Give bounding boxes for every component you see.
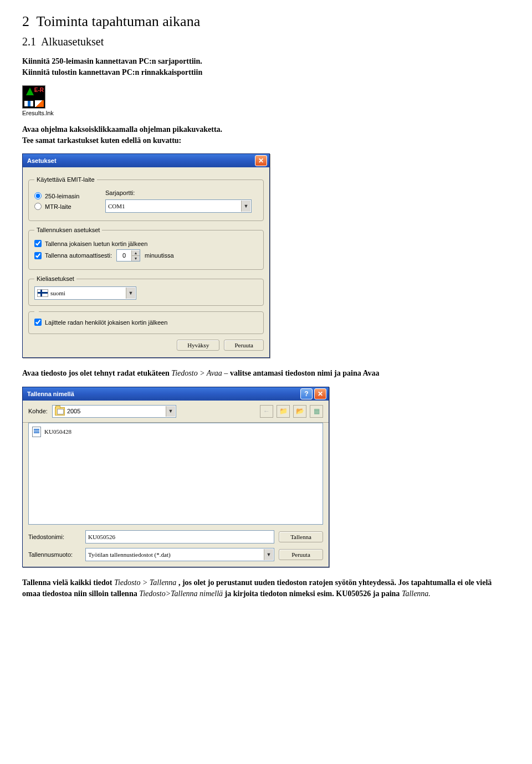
view-list-icon: ▦ [314, 407, 320, 415]
nav-up-button[interactable]: 📁 [277, 405, 290, 418]
folder-open-icon [55, 407, 65, 416]
nav-new-folder-button[interactable]: 📂 [293, 405, 306, 418]
settings-dialog: Asetukset ✕ Käytettävä EMIT-laite 250-le… [22, 153, 270, 358]
document-icon [32, 427, 41, 437]
checkbox-sort-input[interactable] [34, 319, 42, 326]
save-bold-1: Tallenna vielä kaikki tiedot [22, 578, 112, 587]
radio-250-leimasin[interactable]: 250-leimasin [34, 192, 101, 199]
checkbox-sort-after-card[interactable]: Lajittele radan henkilöt jokaisen kortin… [34, 319, 258, 326]
chevron-down-icon: ▼ [126, 288, 135, 299]
instruction-line-1: Kiinnitä 250-leimasin kannettavan PC:n s… [22, 57, 202, 65]
save-bold-3: ja kirjoita tiedoton nimeksi esim. KU050… [225, 589, 400, 598]
serial-port-label: Sarjaportti: [105, 189, 258, 196]
filename-input[interactable]: KU050526 [85, 530, 274, 543]
filename-value: KU050526 [88, 534, 115, 540]
sort-group: Lajittele radan henkilöt jokaisen kortin… [28, 311, 264, 334]
radio-250-leimasin-input[interactable] [34, 192, 42, 199]
accept-button[interactable]: Hyväksy [177, 340, 219, 351]
new-folder-icon: 📂 [296, 407, 304, 415]
subheading-text: Alkuasetukset [41, 35, 104, 48]
checkbox-autosave-label: Tallenna automaattisesti: [45, 252, 112, 259]
shortcut-icon-caption: Eresults.lnk [22, 110, 54, 116]
save-menu-path-2: Tiedosto>Tallenna nimellä [139, 589, 223, 598]
help-icon: ? [304, 390, 308, 398]
eresults-shortcut-icon: E-R [22, 85, 45, 109]
close-icon: ✕ [318, 390, 323, 398]
language-select[interactable]: suomi ▼ [34, 286, 136, 300]
settings-titlebar: Asetukset ✕ [23, 154, 269, 167]
flag-finland-icon [37, 289, 48, 297]
checkbox-sort-label: Lajittele radan henkilöt jokaisen kortin… [45, 319, 167, 326]
arrow-left-icon: ← [263, 407, 270, 415]
autosave-minutes-suffix: minuutissa [145, 252, 174, 259]
save-settings-group: Tallennuksen asetukset Tallenna jokaisen… [28, 227, 264, 270]
save-as-toolbar: Kohde: 2005 ▼ ← 📁 📂 ▦ [23, 401, 329, 423]
subheading-number: 2.1 [22, 35, 36, 48]
chevron-down-icon: ▼ [241, 201, 250, 212]
file-item[interactable]: KU050428 [32, 427, 319, 437]
close-button[interactable]: ✕ [255, 155, 267, 166]
close-icon: ✕ [258, 157, 264, 165]
checkbox-save-after-card-label: Tallenna jokaisen luetun kortin jälkeen [45, 240, 147, 247]
save-settings-legend: Tallennuksen asetukset [34, 227, 102, 233]
heading-text: Toiminta tapahtuman aikana [37, 13, 201, 29]
section-heading: 2 Toiminta tapahtuman aikana [22, 13, 510, 30]
checkbox-save-after-card-input[interactable] [34, 240, 42, 247]
autosave-minutes-spinbox[interactable]: 0 ▲ ▼ [116, 249, 140, 261]
open-file-menu-path: Tiedosto > Avaa – [171, 369, 228, 377]
serial-port-value: COM1 [108, 203, 125, 209]
shortcut-icon-block: E-R Eresults.lnk [22, 85, 510, 116]
language-legend: Kieliasetukset [34, 275, 76, 282]
subsection-heading: 2.1 Alkuasetukset [22, 35, 510, 48]
language-group: Kieliasetukset suomi ▼ [28, 275, 264, 306]
heading-number: 2 [22, 13, 29, 29]
emit-device-legend: Käytettävä EMIT-laite [34, 176, 97, 183]
save-button[interactable]: Tallenna [279, 531, 323, 542]
settings-title: Asetukset [27, 157, 57, 164]
chevron-down-icon: ▼ [166, 406, 175, 417]
checkbox-autosave-input[interactable] [34, 252, 42, 259]
checkbox-autosave[interactable]: Tallenna automaattisesti: [34, 252, 112, 259]
paragraph-open-file: Avaa tiedosto jos olet tehnyt radat etuk… [22, 368, 510, 379]
serial-port-select[interactable]: COM1 ▼ [105, 199, 252, 213]
radio-250-label: 250-leimasin [45, 193, 79, 199]
save-as-title: Tallenna nimellä [27, 391, 74, 397]
close-button[interactable]: ✕ [314, 388, 326, 399]
nav-back-button[interactable]: ← [260, 405, 273, 418]
filetype-select[interactable]: Työtilan tallennustiedostot (*.dat) ▼ [85, 548, 274, 561]
cancel-button[interactable]: Peruuta [279, 549, 323, 560]
save-menu-path-1: Tiedosto > Tallenna [114, 578, 176, 587]
nav-view-menu-button[interactable]: ▦ [310, 405, 323, 418]
look-in-value: 2005 [67, 408, 80, 414]
radio-mtr-input[interactable] [34, 203, 42, 210]
chevron-down-icon: ▼ [264, 549, 273, 560]
cancel-button[interactable]: Peruuta [224, 340, 264, 351]
paragraph-instructions-2: Avaa ohjelma kaksoisklikkaamalla ohjelma… [22, 124, 510, 146]
filename-label: Tiedostonimi: [28, 534, 81, 540]
instruction-line-3: Avaa ohjelma kaksoisklikkaamalla ohjelma… [22, 125, 222, 134]
instruction-line-2: Kiinnitä tulostin kannettavan PC:n rinna… [22, 68, 202, 76]
filetype-label: Tallennusmuoto: [28, 551, 81, 558]
spin-up-icon[interactable]: ▲ [132, 250, 140, 256]
emit-device-group: Käytettävä EMIT-laite 250-leimasin MTR-l… [28, 176, 264, 221]
look-in-label: Kohde: [28, 408, 48, 414]
file-item-label: KU050428 [44, 428, 71, 435]
open-file-bold-2: valitse antamasi tiedoston nimi ja paina… [230, 369, 380, 377]
save-as-dialog: Tallenna nimellä ? ✕ Kohde: 2005 ▼ ← 📁 📂 [22, 387, 329, 567]
checkbox-save-after-card[interactable]: Tallenna jokaisen luetun kortin jälkeen [34, 240, 258, 247]
save-menu-path-3: Tallenna. [402, 589, 431, 598]
save-as-titlebar: Tallenna nimellä ? ✕ [23, 387, 329, 401]
filetype-value: Työtilan tallennustiedostot (*.dat) [88, 551, 171, 558]
paragraph-instructions-1: Kiinnitä 250-leimasin kannettavan PC:n s… [22, 56, 510, 78]
radio-mtr-laite[interactable]: MTR-laite [34, 203, 101, 210]
folder-up-icon: 📁 [279, 407, 288, 415]
look-in-select[interactable]: 2005 ▼ [52, 405, 176, 418]
language-value: suomi [50, 290, 65, 296]
autosave-minutes-value: 0 [117, 252, 131, 259]
open-file-bold-1: Avaa tiedosto jos olet tehnyt radat etuk… [22, 369, 170, 377]
radio-mtr-label: MTR-laite [45, 203, 71, 210]
help-button[interactable]: ? [300, 388, 313, 399]
file-list-pane[interactable]: KU050428 [28, 423, 323, 525]
paragraph-save-file: Tallenna vielä kaikki tiedot Tiedosto > … [22, 577, 510, 599]
spin-down-icon[interactable]: ▼ [132, 256, 140, 261]
